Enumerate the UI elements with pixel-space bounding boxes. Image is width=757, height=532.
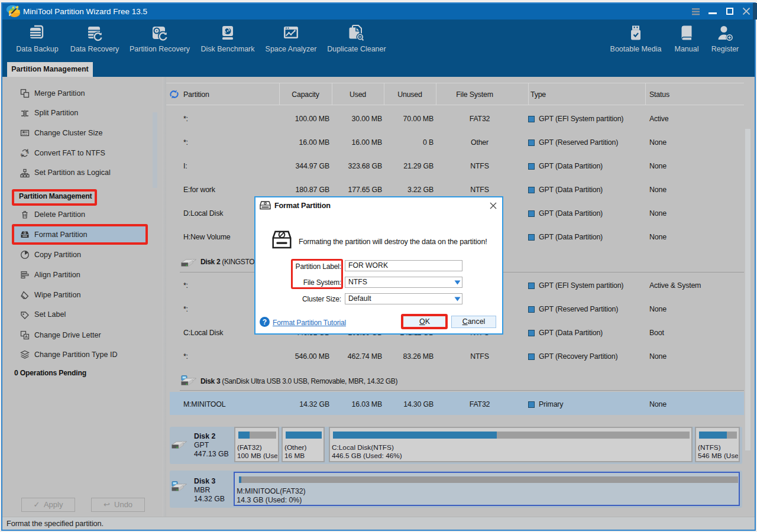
- svg-text:N: N: [27, 151, 29, 154]
- svg-text:F: F: [21, 153, 22, 157]
- svg-text:?: ?: [263, 318, 267, 326]
